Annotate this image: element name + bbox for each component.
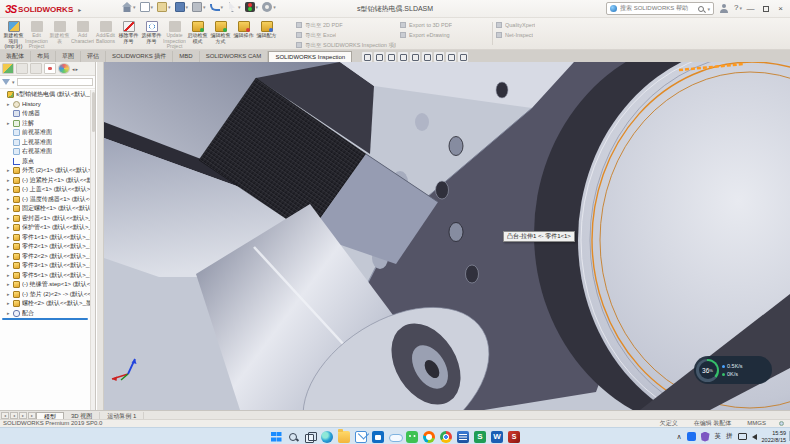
tree-item[interactable]: (-) 绝缘管.step<1> (默认<<默认>_显 xyxy=(0,280,90,290)
tray-expand-icon[interactable]: ∧ xyxy=(676,433,681,441)
hide-show-items-icon[interactable] xyxy=(434,52,444,62)
filter-input[interactable] xyxy=(17,78,93,86)
tree-item[interactable]: (-) 迫紧栓片<1> (默认<<默认>_显示 xyxy=(0,176,90,186)
export-3d-pdf-button[interactable]: Export to 3D PDF xyxy=(400,21,488,29)
add-edit-balloons-button[interactable]: Add/Edit Balloons xyxy=(94,19,117,49)
status-circle-icon[interactable] xyxy=(779,421,784,426)
update-inspection-project-button[interactable]: Update Inspection Project xyxy=(163,19,186,49)
dropdown-caret-icon[interactable]: ▾ xyxy=(238,4,241,10)
tree-item[interactable]: 固定螺栓<1> (默认<<默认>_显示状 xyxy=(0,204,90,214)
system-monitor-overlay[interactable]: 36% 0.5K/s 0K/s xyxy=(694,356,772,384)
graphics-viewport[interactable]: 凸台-拉伸1 <- 零件1<1> 36% 0.5K/s 0K/s xyxy=(104,62,790,410)
file-explorer-icon[interactable] xyxy=(338,431,350,443)
tree-item[interactable]: (-) 垫片 (2)<2> -> (默认<<默认>_显 xyxy=(0,290,90,300)
undo-icon[interactable]: ▾ xyxy=(210,4,224,11)
units-selector[interactable]: MMGS xyxy=(747,420,766,427)
dropdown-caret-icon[interactable]: ▾ xyxy=(133,4,136,10)
tree-item[interactable]: 零件1<1> (默认<<默认>_显示状态 xyxy=(0,233,90,243)
panel-tabs-scroll[interactable] xyxy=(72,63,84,74)
edit-operation-button[interactable]: 编辑操作 xyxy=(232,19,255,49)
tree-item[interactable]: 密封器<1> (默认<<默认>_显示状态 xyxy=(0,214,90,224)
tree-item[interactable]: 零件3<1> (默认<<默认>_显示状态 xyxy=(0,261,90,271)
previous-view-icon[interactable] xyxy=(386,52,396,62)
search-icon[interactable] xyxy=(287,431,299,443)
dropdown-caret-icon[interactable]: ▾ xyxy=(151,4,154,10)
mail-icon[interactable] xyxy=(355,431,367,443)
tree-scrollbar[interactable] xyxy=(90,90,95,410)
user-account-icon[interactable] xyxy=(719,4,728,13)
tab-scroll-prev-icon[interactable]: ◂ xyxy=(10,412,18,419)
remove-balloons-button[interactable]: 移除零件 序号 xyxy=(117,19,140,49)
rollback-bar[interactable] xyxy=(2,318,88,320)
menu-flyout-icon[interactable]: ▸ xyxy=(78,6,81,13)
tray-shield-icon[interactable] xyxy=(701,432,710,442)
annotation-visibility-icon[interactable] xyxy=(410,52,420,62)
tree-item[interactable]: 传感器 xyxy=(0,109,90,119)
home-icon[interactable]: ▾ xyxy=(122,2,136,12)
print-icon[interactable]: ▾ xyxy=(192,2,206,12)
volume-icon[interactable] xyxy=(752,434,757,440)
chrome-icon[interactable] xyxy=(440,431,452,443)
app-s-icon[interactable]: S xyxy=(474,431,486,443)
tree-item[interactable]: 零件5<1> (默认<<默认>_显示状态 xyxy=(0,271,90,281)
qualityxpert-button[interactable]: QualityXpert xyxy=(496,21,568,29)
task-view-icon[interactable] xyxy=(304,431,316,443)
tree-item[interactable]: 原点 xyxy=(0,157,90,167)
tree-item[interactable]: History xyxy=(0,100,90,110)
tree-item[interactable]: 前视基准面 xyxy=(0,128,90,138)
dropdown-caret-icon[interactable]: ▾ xyxy=(203,4,206,10)
export-excel-button[interactable]: 导出至 Excel xyxy=(296,31,396,39)
dropdown-caret-icon[interactable]: ▾ xyxy=(221,4,224,10)
display-tray-icon[interactable] xyxy=(738,433,747,440)
wechat-icon[interactable] xyxy=(406,431,418,443)
start-icon[interactable] xyxy=(270,431,282,443)
browser-360-icon[interactable] xyxy=(423,431,435,443)
tree-item[interactable]: 外壳 (2)<1> (默认<<默认>_显示状态 xyxy=(0,166,90,176)
rebuild-icon[interactable]: ▾ xyxy=(245,2,259,12)
tree-item[interactable]: 配合 xyxy=(0,309,90,319)
ime-language-indicator[interactable]: 英 xyxy=(715,432,722,441)
command-tab[interactable]: 评估 xyxy=(81,51,106,62)
clock[interactable]: 15:59 2022/8/15 xyxy=(762,430,786,443)
minimize-button[interactable]: — xyxy=(743,1,758,16)
open-document-icon[interactable]: ▾ xyxy=(157,2,171,12)
displaymanager-tab[interactable] xyxy=(58,63,70,74)
search-box[interactable]: 搜索 SOLIDWORKS 帮助 ▾ xyxy=(606,2,714,15)
tree-item[interactable]: 保护管<1> (默认<<默认>_显示状态 xyxy=(0,223,90,233)
command-tab[interactable]: 装配体 xyxy=(0,51,31,62)
configurationmanager-tab[interactable] xyxy=(30,63,42,74)
section-view-icon[interactable] xyxy=(398,52,408,62)
filter-funnel-icon[interactable] xyxy=(2,79,10,85)
net-inspect-button[interactable]: Net-Inspect xyxy=(496,31,568,39)
edge-icon[interactable] xyxy=(321,431,333,443)
dimxpertmanager-tab[interactable] xyxy=(44,63,56,74)
display-style-icon[interactable] xyxy=(422,52,432,62)
new-document-icon[interactable]: ▾ xyxy=(140,2,154,12)
reader-app-icon[interactable] xyxy=(457,431,469,443)
new-inspection-sheet-button[interactable]: 新建检查表 xyxy=(48,19,71,49)
select-cursor-icon[interactable]: ▾ xyxy=(227,2,241,12)
command-tab[interactable]: SOLIDWORKS 插件 xyxy=(106,51,173,62)
search-dropdown-icon[interactable]: ▾ xyxy=(707,6,710,12)
edit-inspection-method-button[interactable]: 编辑检查 方式 xyxy=(209,19,232,49)
ime-pinyin-indicator[interactable]: 拼 xyxy=(726,432,733,441)
tree-item[interactable]: (-) 上盖<1> (默认<<默认>_显示状态 xyxy=(0,185,90,195)
search-icon[interactable] xyxy=(698,6,704,12)
word-icon[interactable]: W xyxy=(491,431,503,443)
edit-inspection-project-button[interactable]: Edit Inspection Project xyxy=(25,19,48,49)
dropdown-caret-icon[interactable]: ▾ xyxy=(186,4,189,10)
onedrive-icon[interactable] xyxy=(389,431,401,443)
close-button[interactable]: × xyxy=(773,1,788,16)
microsoft-store-icon[interactable] xyxy=(372,431,384,443)
tree-item[interactable]: 零件2<2> (默认<<默认>_显示状态 xyxy=(0,252,90,262)
options-gear-icon[interactable]: ▾ xyxy=(262,2,276,12)
restore-button[interactable] xyxy=(758,1,773,16)
edit-recipe-button[interactable]: 编辑配方 xyxy=(255,19,278,49)
help-button[interactable]: ?▾ xyxy=(734,3,742,12)
panel-splitter[interactable] xyxy=(97,62,104,410)
dropdown-caret-icon[interactable]: ▾ xyxy=(256,4,259,10)
select-balloons-button[interactable]: 选择零件 序号 xyxy=(140,19,163,49)
export-sw-inspection-button[interactable]: 导出至 SOLIDWORKS Inspection 项目 xyxy=(296,41,396,49)
tree-item[interactable]: (-) 温度传感器<1> (默认<<默认>_显 xyxy=(0,195,90,205)
dropdown-caret-icon[interactable]: ▾ xyxy=(168,4,171,10)
